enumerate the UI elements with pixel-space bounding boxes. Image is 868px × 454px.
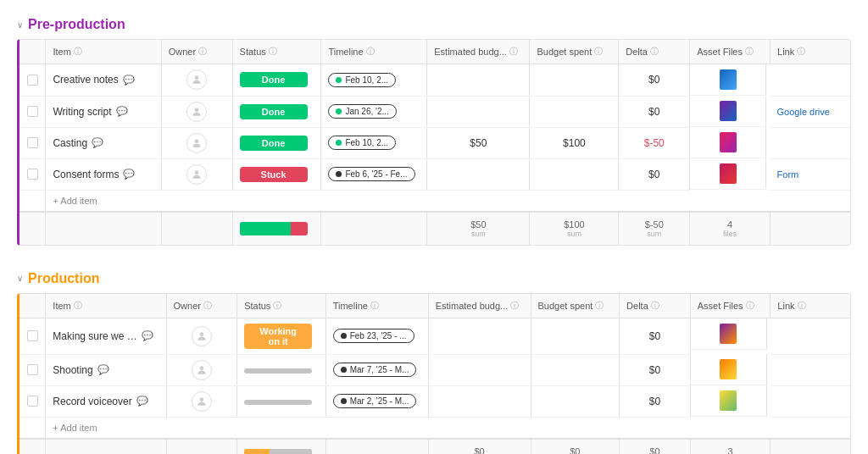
link-anchor[interactable]: Form [777,169,799,180]
status-badge[interactable] [244,400,312,405]
add-item-checkbox-cell [19,190,46,212]
chat-icon[interactable]: 💬 [136,396,148,407]
row-checkbox[interactable] [27,330,38,341]
timeline-badge[interactable]: Feb 23, '25 - ... [333,329,415,343]
col-header-delta: Delta ⓘ [619,40,690,64]
item-cell: Writing script 💬 [46,96,161,127]
row-checkbox[interactable] [27,169,38,180]
timeline-badge[interactable]: Feb 6, '25 - Fe... [328,167,415,181]
row-checkbox[interactable] [27,75,38,86]
avatar[interactable] [186,102,207,122]
row-checkbox[interactable] [27,106,38,117]
summary-est-budget-value: $50 [470,219,486,230]
status-badge[interactable] [244,368,312,374]
chat-icon[interactable]: 💬 [123,75,135,86]
summary-empty-item [46,212,161,245]
timeline-badge[interactable]: Mar 2, '25 - M... [333,394,417,408]
timeline-dot [341,367,347,373]
add-item-button[interactable]: + Add item [53,423,97,433]
asset-files-cell [691,385,767,417]
avatar[interactable] [186,133,207,153]
status-badge[interactable]: Done [240,104,308,119]
col-info-icon[interactable]: ⓘ [746,300,754,312]
col-info-icon[interactable]: ⓘ [198,46,207,58]
col-info-icon[interactable]: ⓘ [595,300,604,312]
progress-segment [244,449,270,455]
chat-icon[interactable]: 💬 [123,169,135,180]
col-info-icon[interactable]: ⓘ [366,46,375,58]
add-item-button[interactable]: + Add item [53,196,97,206]
col-info-icon[interactable]: ⓘ [745,46,754,58]
col-info-icon[interactable]: ⓘ [651,300,659,312]
avatar[interactable] [192,326,212,346]
svg-point-4 [199,332,203,336]
timeline-badge[interactable]: Jan 26, '2... [328,104,396,119]
avatar[interactable] [192,391,212,412]
status-badge[interactable]: Done [240,72,308,87]
col-info-icon[interactable]: ⓘ [273,300,281,312]
col-info-icon[interactable]: ⓘ [510,300,519,312]
link-anchor[interactable]: Google drive [777,107,830,117]
section-header-production[interactable]: ∨ Production [17,271,851,286]
row-checkbox[interactable] [27,396,38,407]
col-info-icon[interactable]: ⓘ [370,300,379,312]
asset-file-icon [720,163,737,184]
timeline-cell: Feb 10, 2... [321,127,427,158]
col-info-icon[interactable]: ⓘ [269,46,277,58]
table-row: Consent forms 💬 Stuck [19,158,850,190]
chat-icon[interactable]: 💬 [97,364,109,375]
link-cell: Form [771,158,850,190]
asset-files-cell [690,64,766,96]
table-row: Making sure we ha... 💬 Working on it [19,318,850,354]
avatar[interactable] [186,164,207,185]
chat-icon[interactable]: 💬 [142,330,153,341]
col-header-asset-files: Asset Files ⓘ [690,40,771,64]
chat-icon[interactable]: 💬 [92,137,103,148]
timeline-text: Jan 26, '2... [345,107,388,116]
col-info-icon[interactable]: ⓘ [797,46,805,58]
progress-segment [270,449,312,455]
status-cell: Done [232,96,321,127]
col-header-owner: Owner ⓘ [161,40,232,64]
col-info-icon[interactable]: ⓘ [203,300,212,312]
row-checkbox[interactable] [27,137,38,148]
col-info-icon[interactable]: ⓘ [74,46,82,58]
timeline-badge[interactable]: Feb 10, 2... [328,136,396,150]
col-info-icon[interactable]: ⓘ [509,46,518,58]
avatar[interactable] [186,69,207,90]
timeline-cell: Mar 2, '25 - M... [326,385,428,417]
col-checkbox-header [19,40,46,64]
status-badge[interactable]: Working on it [244,324,312,349]
link-cell [771,127,850,158]
timeline-cell: Mar 7, '25 - M... [326,354,428,385]
timeline-badge[interactable]: Feb 10, 2... [328,73,396,87]
item-cell: Casting 💬 [46,127,161,158]
avatar[interactable] [192,360,212,380]
col-info-icon[interactable]: ⓘ [798,300,806,312]
timeline-text: Mar 2, '25 - M... [350,396,409,406]
section-header-pre-production[interactable]: ∨ Pre-production [17,17,851,32]
row-checkbox-cell [19,96,46,127]
budget-spent-cell [531,318,620,354]
section-production: ∨ Production Item ⓘ Owner ⓘ [17,271,851,455]
summary-budget-spent-value: $100 [564,219,584,230]
est-budget-cell [428,354,531,385]
progress-bar [240,222,308,235]
col-info-icon[interactable]: ⓘ [74,300,82,312]
timeline-badge[interactable]: Mar 7, '25 - M... [333,363,417,377]
owner-cell [166,354,237,385]
chat-icon[interactable]: 💬 [116,106,128,117]
summary-budget-spent-label: sum [537,230,611,238]
summary-asset-files-value: 3 [727,446,732,455]
section-title: Pre-production [28,17,125,32]
add-item-checkbox-cell [19,417,46,439]
col-info-icon[interactable]: ⓘ [650,46,659,58]
status-badge[interactable]: Done [240,136,308,151]
timeline-cell: Jan 26, '2... [321,96,427,127]
summary-row: $0 sum $0 sum $0 sum 3 files [19,439,850,455]
status-badge[interactable]: Stuck [240,167,308,182]
col-info-icon[interactable]: ⓘ [594,46,603,58]
status-cell: Done [232,127,321,158]
table-header-row: Item ⓘ Owner ⓘ Status ⓘ Timel [19,40,850,64]
row-checkbox[interactable] [27,364,38,375]
